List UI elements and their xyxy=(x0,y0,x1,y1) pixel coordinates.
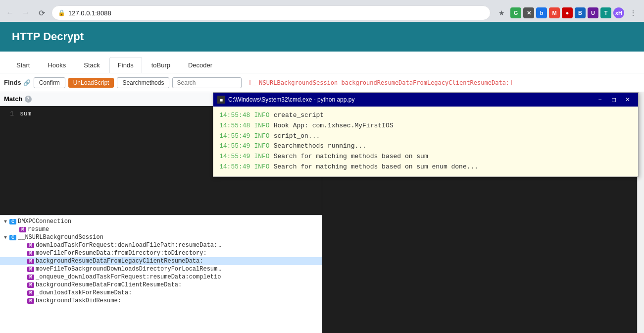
tree-item-text: moveFileForResumeData:fromDirectory:toDi… xyxy=(36,250,207,257)
browser-toolbar: ★ G ✕ b M ● B U T xH ⋮ xyxy=(495,6,640,20)
cmd-log-line: 14:55:49 INFO script_on... xyxy=(219,131,632,142)
address-bar[interactable]: 🔒 127.0.0.1:8088 xyxy=(51,5,491,20)
tree-item-text: DMXPCConnection xyxy=(18,218,71,225)
class-badge: C xyxy=(9,219,16,224)
cmd-timestamp: 14:55:49 xyxy=(219,141,250,152)
tree-item[interactable]: M moveFileToBackgroundDownloadsDirectory… xyxy=(0,265,322,273)
tree-item[interactable]: M backgroundTaskDidResume: xyxy=(0,297,322,305)
user-avatar[interactable]: xH xyxy=(613,7,624,18)
cmd-message: Search for matching methods based on sum xyxy=(274,152,428,162)
tab-finds[interactable]: Finds xyxy=(109,57,142,73)
tree-toggle-icon: ▼ xyxy=(4,235,7,240)
cmd-restore-button[interactable]: ◻ xyxy=(607,95,620,105)
tree-item[interactable]: M backgroundResumeDataFromLegacyClientRe… xyxy=(0,257,322,265)
cmd-log-line: 14:55:49 INFO Search for matching method… xyxy=(219,152,632,162)
tree-item-text: __NSURLBackgroundSession xyxy=(18,234,103,241)
tree-item[interactable]: ▼C __NSURLBackgroundSession xyxy=(0,233,322,241)
ext-u-icon[interactable]: U xyxy=(588,7,598,18)
cmd-window: ■ C:\Windows\System32\cmd.exe - python a… xyxy=(213,92,639,177)
match-title: Match xyxy=(4,95,23,103)
cmd-icon: ■ xyxy=(217,96,225,104)
reload-button[interactable]: ⟳ xyxy=(36,7,48,19)
tree-item[interactable]: M _onqueue_downloadTaskForRequest:resume… xyxy=(0,273,322,281)
cmd-message: Searchmethods running... xyxy=(274,141,366,152)
cmd-level: INFO xyxy=(254,121,269,131)
app-header: HTTP Decrypt xyxy=(0,22,644,52)
cmd-message: create_script xyxy=(274,111,324,121)
tree-item[interactable]: M downloadTaskForRequest:downloadFilePat… xyxy=(0,241,322,249)
method-badge: M xyxy=(27,259,34,264)
ext-r-icon[interactable]: ● xyxy=(562,7,573,18)
tree-item[interactable]: M backgroundResumeDataFromClientResumeDa… xyxy=(0,281,322,289)
finds-arrow-icon: 🔗 xyxy=(23,79,31,86)
line-num-1: 1 xyxy=(4,110,14,117)
tree-item[interactable]: M _downloadTaskForResumeData: xyxy=(0,289,322,297)
search-input[interactable] xyxy=(172,77,242,88)
ext-x-icon[interactable]: ✕ xyxy=(523,7,534,18)
cmd-level: INFO xyxy=(254,141,269,152)
method-badge: M xyxy=(27,243,34,248)
cmd-content: 14:55:48 INFO create_script14:55:48 INFO… xyxy=(213,107,638,176)
cmd-titlebar: ■ C:\Windows\System32\cmd.exe - python a… xyxy=(213,93,638,107)
match-code-line1: sum xyxy=(20,110,31,117)
method-badge: M xyxy=(27,267,34,272)
tree-view[interactable]: ▼C DMXPCConnectionM resume▼C __NSURLBack… xyxy=(0,215,322,319)
tree-item-text: backgroundResumeDataFromClientResumeData… xyxy=(36,281,182,288)
match-line-numbers: 1 xyxy=(4,110,14,211)
method-badge: M xyxy=(27,282,34,288)
tab-start[interactable]: Start xyxy=(8,57,38,73)
cmd-log-line: 14:55:48 INFO create_script xyxy=(219,111,632,121)
tree-toggle-icon: ▼ xyxy=(4,219,7,224)
tab-hooks[interactable]: Hooks xyxy=(39,57,74,73)
tab-toburp[interactable]: toBurp xyxy=(143,57,179,73)
star-button[interactable]: ★ xyxy=(495,6,508,20)
app-title: HTTP Decrypt xyxy=(12,30,84,43)
forward-button[interactable]: → xyxy=(20,7,32,19)
ext-m-icon[interactable]: M xyxy=(549,7,560,18)
more-button[interactable]: ⋮ xyxy=(626,6,640,20)
ext-b-icon[interactable]: b xyxy=(536,7,547,18)
tab-decoder[interactable]: Decoder xyxy=(180,57,221,73)
ext-g-icon[interactable]: G xyxy=(510,7,521,18)
method-badge: M xyxy=(27,275,34,280)
cmd-timestamp: 14:55:49 xyxy=(219,152,250,162)
tree-item[interactable]: M resume xyxy=(0,225,322,233)
cmd-level: INFO xyxy=(254,131,269,142)
finds-toolbar: Finds 🔗 Confirm UnLoadScript Searchmetho… xyxy=(0,73,644,92)
class-badge: C xyxy=(9,235,16,240)
method-badge: M xyxy=(27,251,34,256)
cmd-log-line: 14:55:48 INFO Hook App: com.1xhsec.MyFir… xyxy=(219,121,632,131)
cmd-timestamp: 14:55:49 xyxy=(219,131,250,142)
cmd-timestamp: 14:55:49 xyxy=(219,162,250,172)
browser-chrome: ← → ⟳ 🔒 127.0.0.1:8088 ★ G ✕ b M ● B U T… xyxy=(0,0,644,22)
cmd-timestamp: 14:55:48 xyxy=(219,121,250,131)
tree-item-text: moveFileToBackgroundDownloadsDirectoryFo… xyxy=(36,266,224,273)
searchmethods-button[interactable]: Searchmethods xyxy=(117,77,169,88)
match-help-icon[interactable]: ? xyxy=(25,96,32,103)
cmd-level: INFO xyxy=(254,152,269,162)
cmd-close-button[interactable]: ✕ xyxy=(621,95,634,105)
cmd-log-line: 14:55:49 INFO Search for matching method… xyxy=(219,162,632,172)
cmd-minimize-button[interactable]: − xyxy=(594,95,606,105)
tree-item[interactable]: ▼C DMXPCConnection xyxy=(0,218,322,225)
unload-script-button[interactable]: UnLoadScript xyxy=(68,78,114,88)
match-code: sum xyxy=(20,110,31,211)
tree-item-text: backgroundTaskDidResume: xyxy=(36,297,121,304)
cmd-timestamp: 14:55:48 xyxy=(219,111,250,121)
tab-stack[interactable]: Stack xyxy=(75,57,108,73)
back-button[interactable]: ← xyxy=(4,7,16,19)
method-badge: M xyxy=(27,298,34,304)
cmd-message: Search for matching methods based on sum… xyxy=(274,162,478,172)
confirm-button[interactable]: Confirm xyxy=(34,77,65,88)
tree-item[interactable]: M moveFileForResumeData:fromDirectory:to… xyxy=(0,249,322,257)
cmd-titlebar-left: ■ C:\Windows\System32\cmd.exe - python a… xyxy=(217,96,354,104)
lock-icon: 🔒 xyxy=(58,9,65,16)
ext-t-icon[interactable]: T xyxy=(600,7,611,18)
method-badge: M xyxy=(27,290,34,296)
nav-tabs: Start Hooks Stack Finds toBurp Decoder xyxy=(0,52,644,73)
ext-b2-icon[interactable]: B xyxy=(575,7,586,18)
finds-label: Finds 🔗 xyxy=(4,79,31,86)
main-content: Match ? 1 sum ▼C DMXPCConnectionM resume… xyxy=(0,92,644,333)
cmd-message: Hook App: com.1xhsec.MyFirstIOS xyxy=(274,121,394,131)
tree-item-text: _downloadTaskForResumeData: xyxy=(36,289,132,296)
